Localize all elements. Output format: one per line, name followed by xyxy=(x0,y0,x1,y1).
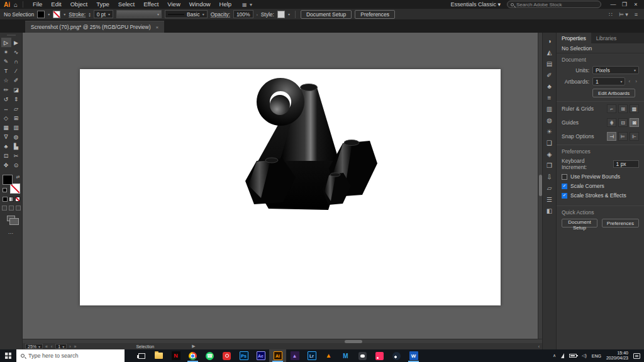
eraser-tool[interactable]: ◪ xyxy=(11,85,21,94)
windows-search[interactable] xyxy=(16,349,125,362)
menu-item[interactable]: Type xyxy=(92,0,114,9)
gradient-panel-icon[interactable]: ▥ xyxy=(543,103,556,114)
menu-item[interactable]: View xyxy=(163,0,184,9)
arrange-documents-icon[interactable]: ▦ ▾ xyxy=(242,2,253,8)
stroke-panel-icon[interactable]: ≡ xyxy=(543,92,556,103)
none-mode-icon[interactable] xyxy=(15,197,20,202)
stock-search-input[interactable] xyxy=(516,2,597,8)
vertical-scrollbar[interactable] xyxy=(538,33,542,339)
snap-to-grid-icon[interactable]: ⊣ xyxy=(607,132,616,141)
stroke-color-chip[interactable] xyxy=(10,184,20,194)
perspective-grid-tool[interactable]: ⊞ xyxy=(11,113,21,123)
artwork-canvas[interactable] xyxy=(80,69,501,305)
stroke-color-swatch[interactable] xyxy=(53,11,60,18)
pathfinder-panel-icon[interactable]: ◧ xyxy=(543,205,556,216)
clock[interactable]: 15:40 2020/04/23 xyxy=(606,351,628,361)
artboard[interactable] xyxy=(80,69,501,305)
smart-guides-icon[interactable]: ⊠ xyxy=(630,118,639,127)
tab-properties[interactable]: Properties xyxy=(557,33,591,43)
selection-tool[interactable]: ▷ xyxy=(1,38,11,47)
chevron-down-icon[interactable]: ▾ xyxy=(288,12,290,16)
rotate-tool[interactable]: ↺ xyxy=(1,94,11,104)
illustrator-button[interactable]: Ai xyxy=(269,349,286,362)
asset-export-panel-icon[interactable]: ⇩ xyxy=(543,171,556,182)
scale-strokes-effects-checkbox[interactable]: Scale Strokes & Effects xyxy=(562,192,639,199)
preferences-button[interactable]: Preferences xyxy=(602,219,639,228)
word-button[interactable]: W xyxy=(405,349,422,362)
restore-button[interactable]: ❐ xyxy=(619,0,630,9)
brushes-panel-icon[interactable]: ✐ xyxy=(543,69,556,80)
stroke-width-field[interactable]: 0 pt▾ xyxy=(94,10,113,18)
show-grid-icon[interactable]: ⊞ xyxy=(618,104,628,113)
pink-app-button[interactable] xyxy=(371,349,388,362)
type-tool[interactable]: T xyxy=(1,66,11,75)
cone-opening[interactable] xyxy=(301,84,318,91)
bicone-small-opening[interactable] xyxy=(330,173,340,177)
vlc-button[interactable]: ▲ xyxy=(320,349,337,362)
windows-search-input[interactable] xyxy=(28,353,120,359)
slice-tool[interactable]: ✂ xyxy=(11,151,21,160)
show-guides-icon[interactable]: ⋕ xyxy=(607,118,616,127)
units-select[interactable]: Pixels▾ xyxy=(592,66,639,74)
tab-libraries[interactable]: Libraries xyxy=(591,33,622,43)
color-guide-panel-icon[interactable]: ◭ xyxy=(543,47,556,58)
mesh-tool[interactable]: ▦ xyxy=(1,123,11,132)
shaper-tool[interactable]: ✏ xyxy=(1,85,11,94)
close-button[interactable]: × xyxy=(630,0,641,9)
panel-grip[interactable] xyxy=(7,35,16,36)
appearance-panel-icon[interactable]: ☀ xyxy=(543,126,556,137)
grid-dots-icon[interactable]: ∷ xyxy=(609,11,613,18)
artboard-tool[interactable]: ⊡ xyxy=(1,151,11,160)
style-swatch[interactable] xyxy=(277,11,285,18)
hidden-icons-caret[interactable]: ∧ xyxy=(553,353,556,358)
transform-panel-icon[interactable]: ▱ xyxy=(543,182,556,194)
gradient-tool[interactable]: ▥ xyxy=(11,123,21,132)
fill-color-chip[interactable] xyxy=(3,175,13,185)
pasteboard[interactable] xyxy=(23,33,538,339)
pen-tool[interactable]: ✎ xyxy=(1,57,11,66)
document-setup-button[interactable]: Document Setup xyxy=(301,10,352,19)
close-tab-icon[interactable]: × xyxy=(156,25,159,30)
last-artboard-icon[interactable]: » xyxy=(74,344,77,349)
battery-icon[interactable] xyxy=(569,354,577,358)
lasso-tool[interactable]: ∿ xyxy=(11,47,21,57)
magic-wand-tool[interactable]: ✶ xyxy=(1,47,11,57)
media-app-button[interactable] xyxy=(218,349,235,362)
scale-tool[interactable]: ⇕ xyxy=(11,94,21,104)
direct-selection-tool[interactable]: ▶ xyxy=(11,38,21,47)
shape-builder-tool[interactable]: ◇ xyxy=(1,113,11,123)
screen-mode-icon[interactable] xyxy=(7,216,15,221)
align-dropdown-icon[interactable]: ⊨ ▾ xyxy=(619,11,628,18)
menu-item[interactable]: Effect xyxy=(139,0,163,9)
layers-panel-icon[interactable]: ◈ xyxy=(543,148,556,160)
start-button[interactable] xyxy=(0,349,16,362)
torus-hole[interactable] xyxy=(270,95,290,115)
star-tool[interactable]: ☆ xyxy=(1,75,11,85)
keyboard-increment-field[interactable]: 1 px xyxy=(613,160,639,168)
transparency-panel-icon[interactable]: ◍ xyxy=(543,114,556,126)
fill-color-swatch[interactable] xyxy=(37,11,45,18)
lock-guides-icon[interactable]: ⊟ xyxy=(618,118,628,127)
chrome-button[interactable] xyxy=(184,349,201,362)
swatches-panel-icon[interactable]: ▤ xyxy=(543,58,556,69)
menu-item[interactable]: Help xyxy=(215,0,236,9)
steam-button[interactable] xyxy=(388,349,405,362)
malwarebytes-button[interactable]: M xyxy=(337,349,354,362)
horizontal-scrollbar[interactable] xyxy=(23,339,542,343)
symbols-panel-icon[interactable]: ♣ xyxy=(543,80,556,92)
bicone-left-opening[interactable] xyxy=(265,158,278,163)
stroke-label[interactable]: Stroke: xyxy=(69,11,86,18)
snap-to-point-icon[interactable]: ⊨ xyxy=(618,132,628,141)
color-panel-icon[interactable]: ◑ xyxy=(543,35,556,47)
menu-item[interactable]: File xyxy=(28,0,47,9)
show-transparency-grid-icon[interactable]: ▩ xyxy=(630,104,639,113)
home-icon[interactable]: ⌂ xyxy=(14,1,18,8)
status-flyout-icon[interactable]: ▶ xyxy=(192,344,196,349)
photoshop-button[interactable]: Ps xyxy=(235,349,252,362)
zoom-level-select[interactable]: 25%▾ xyxy=(25,344,43,349)
document-setup-button[interactable]: Document Setup xyxy=(562,219,597,228)
next-artboard-icon[interactable]: › xyxy=(69,344,71,349)
minimize-button[interactable]: — xyxy=(608,0,619,9)
symbol-sprayer-tool[interactable]: ♣ xyxy=(1,141,11,151)
language-indicator[interactable]: ENG xyxy=(592,354,601,358)
